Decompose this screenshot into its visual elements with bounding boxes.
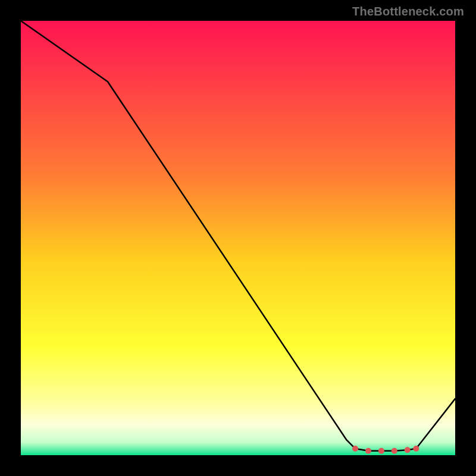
data-marker — [378, 448, 384, 454]
data-marker — [405, 447, 411, 453]
gradient-background — [21, 21, 455, 455]
data-marker — [352, 446, 358, 452]
data-marker — [413, 446, 419, 452]
chart-svg — [21, 21, 455, 455]
plot-area — [21, 21, 455, 455]
data-marker — [365, 448, 371, 454]
chart-container: TheBottleneck.com — [0, 0, 476, 476]
data-marker — [392, 448, 397, 454]
attribution-text: TheBottleneck.com — [352, 5, 464, 18]
